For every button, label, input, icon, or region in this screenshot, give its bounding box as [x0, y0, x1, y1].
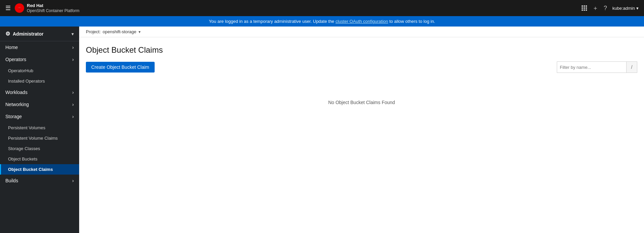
filter-icon-button[interactable]: / — [626, 62, 637, 73]
sidebar-item-home[interactable]: Home › — [0, 41, 79, 53]
sidebar-item-operators[interactable]: Operators › — [0, 53, 79, 65]
sidebar-workloads-label: Workloads — [5, 90, 28, 95]
apps-grid-icon[interactable] — [582, 5, 587, 11]
sidebar-item-storage[interactable]: Storage › — [0, 110, 79, 123]
info-banner: You are logged in as a temporary adminis… — [0, 16, 644, 27]
sidebar-storage-arrow: › — [72, 114, 74, 119]
empty-state: No Object Bucket Claims Found — [86, 80, 637, 125]
sidebar-networking-label: Networking — [5, 102, 29, 107]
main-content: Project: openshift-storage ▾ Object Buck… — [79, 27, 644, 233]
sidebar-admin-arrow: ▾ — [71, 31, 74, 37]
page-title: Object Bucket Claims — [86, 45, 637, 55]
add-icon[interactable]: ＋ — [592, 4, 598, 12]
sidebar-builds-arrow: › — [72, 178, 74, 183]
gear-icon: ⚙ — [5, 31, 10, 37]
banner-link[interactable]: cluster OAuth configuration — [335, 19, 388, 24]
brand-product: OpenShift Container Platform — [27, 8, 79, 13]
brand-name: Red Hat — [27, 3, 79, 8]
sidebar-item-installed-operators[interactable]: Installed Operators — [0, 76, 79, 86]
sidebar-item-object-bucket-claims[interactable]: Object Bucket Claims — [0, 164, 79, 175]
project-value: openshift-storage — [103, 29, 136, 34]
sidebar-item-workloads[interactable]: Workloads › — [0, 86, 79, 98]
create-object-bucket-claim-button[interactable]: Create Object Bucket Claim — [86, 62, 155, 73]
page-content: Object Bucket Claims Create Object Bucke… — [79, 37, 644, 233]
sidebar-networking-arrow: › — [72, 102, 74, 107]
toolbar: Create Object Bucket Claim / — [86, 61, 637, 73]
project-label: Project: — [86, 29, 101, 34]
sidebar-home-label: Home — [5, 45, 18, 50]
sidebar-workloads-arrow: › — [72, 90, 74, 95]
sidebar-builds-label: Builds — [5, 178, 18, 183]
banner-message-start: You are logged in as a temporary adminis… — [209, 19, 335, 24]
brand-text: Red Hat OpenShift Container Platform — [27, 3, 79, 13]
sidebar-admin-label: Administrator — [13, 31, 44, 37]
sidebar-item-persistent-volumes[interactable]: Persistent Volumes — [0, 123, 79, 133]
help-icon[interactable]: ? — [604, 5, 607, 12]
sidebar-item-operatorhub[interactable]: OperatorHub — [0, 65, 79, 76]
project-bar: Project: openshift-storage ▾ — [79, 27, 644, 37]
sidebar: ⚙ Administrator ▾ Home › Operators › Ope… — [0, 27, 79, 233]
sidebar-admin-toggle[interactable]: ⚙ Administrator ▾ — [0, 27, 79, 41]
sidebar-operators-label: Operators — [5, 57, 26, 62]
sidebar-item-builds[interactable]: Builds › — [0, 175, 79, 187]
sidebar-item-persistent-volume-claims[interactable]: Persistent Volume Claims — [0, 133, 79, 143]
sidebar-item-object-buckets[interactable]: Object Buckets — [0, 154, 79, 164]
topnav: ☰ Red Hat OpenShift Container Platform ＋… — [0, 0, 644, 16]
redhat-logo: Red Hat OpenShift Container Platform — [15, 3, 79, 13]
sidebar-item-storage-classes[interactable]: Storage Classes — [0, 143, 79, 154]
redhat-logo-icon — [15, 3, 24, 13]
user-name: kube:admin — [612, 6, 635, 11]
user-dropdown-arrow: ▾ — [636, 6, 639, 11]
sidebar-home-arrow: › — [72, 45, 74, 50]
hamburger-menu-icon[interactable]: ☰ — [5, 4, 11, 12]
sidebar-item-networking[interactable]: Networking › — [0, 98, 79, 110]
sidebar-operators-arrow: › — [72, 57, 74, 62]
filter-input[interactable] — [557, 65, 626, 70]
banner-message-end: to allow others to log in. — [389, 19, 435, 24]
user-menu[interactable]: kube:admin ▾ — [612, 6, 639, 11]
sidebar-storage-label: Storage — [5, 114, 22, 119]
empty-message: No Object Bucket Claims Found — [328, 100, 395, 105]
filter-container: / — [557, 61, 637, 73]
project-dropdown-arrow[interactable]: ▾ — [139, 30, 141, 34]
